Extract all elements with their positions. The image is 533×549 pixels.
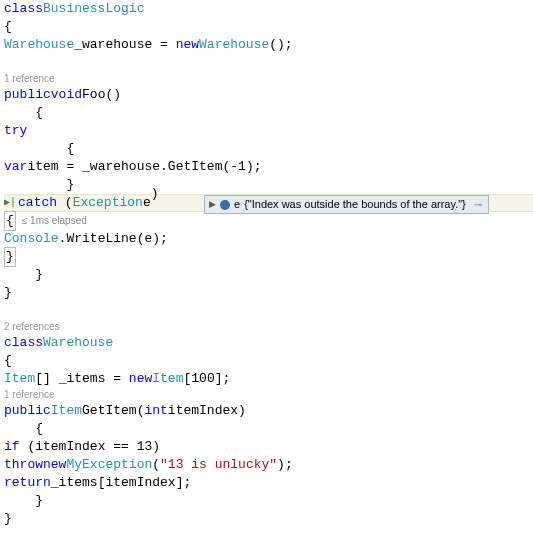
code-line[interactable]: { bbox=[4, 420, 533, 438]
method-name: GetItem bbox=[82, 402, 137, 420]
code-line[interactable]: } bbox=[4, 266, 533, 284]
keyword: catch bbox=[18, 194, 57, 212]
field-ref: _warehouse bbox=[82, 158, 160, 176]
code-line[interactable]: } bbox=[4, 248, 533, 266]
field-ref: _items bbox=[51, 474, 98, 492]
keyword: return bbox=[4, 474, 51, 492]
blank-line[interactable] bbox=[4, 54, 533, 72]
datatip-var: e bbox=[234, 197, 240, 212]
type-name: Item bbox=[51, 402, 82, 420]
method-call: GetItem bbox=[168, 158, 223, 176]
code-line[interactable]: try bbox=[4, 122, 533, 140]
object-icon bbox=[220, 200, 230, 210]
code-line[interactable]: Console.WriteLine(e); bbox=[4, 230, 533, 248]
current-execution-line[interactable]: ▶| catch (Exception e) ▶ e {"Index was o… bbox=[4, 194, 533, 212]
text-cursor: e bbox=[143, 194, 151, 212]
param-name: itemIndex bbox=[168, 402, 238, 420]
type-name: Warehouse bbox=[43, 334, 113, 352]
number-literal: 13 bbox=[137, 438, 153, 456]
type-name: Exception bbox=[73, 194, 143, 212]
codelens-indicator[interactable]: 1 reference bbox=[4, 72, 533, 86]
code-line[interactable]: class BusinessLogic bbox=[4, 0, 533, 18]
type-name: Item bbox=[152, 370, 183, 388]
type-name: Item bbox=[4, 370, 35, 388]
argument: e bbox=[144, 230, 152, 248]
string-literal: "13 is unlucky" bbox=[160, 456, 277, 474]
codelens-indicator[interactable]: 1 reference bbox=[4, 388, 533, 402]
keyword: var bbox=[4, 158, 27, 176]
code-line[interactable]: Warehouse _warehouse = new Warehouse(); bbox=[4, 36, 533, 54]
expand-icon[interactable]: ▶ bbox=[209, 198, 216, 211]
var-ref: itemIndex bbox=[105, 474, 175, 492]
method-name: Foo bbox=[82, 86, 105, 104]
type-name: BusinessLogic bbox=[43, 0, 144, 18]
code-line[interactable]: class Warehouse bbox=[4, 334, 533, 352]
keyword: new bbox=[43, 456, 66, 474]
code-line[interactable]: { bbox=[4, 352, 533, 370]
keyword: int bbox=[144, 402, 167, 420]
code-line[interactable]: } bbox=[4, 284, 533, 302]
code-line[interactable]: { bbox=[4, 140, 533, 158]
type-name: MyException bbox=[66, 456, 152, 474]
keyword: class bbox=[4, 0, 43, 18]
perf-tip[interactable]: ≤ 1ms elapsed bbox=[18, 214, 91, 228]
keyword: public bbox=[4, 402, 51, 420]
brace-highlight: } bbox=[4, 247, 16, 267]
code-line[interactable]: return _items[itemIndex]; bbox=[4, 474, 533, 492]
keyword: public bbox=[4, 86, 51, 104]
local-var: item bbox=[27, 158, 58, 176]
code-line[interactable]: if (itemIndex == 13) bbox=[4, 438, 533, 456]
keyword: new bbox=[129, 370, 152, 388]
type-name: Console bbox=[4, 230, 59, 248]
code-line[interactable]: public void Foo() bbox=[4, 86, 533, 104]
code-editor[interactable]: class BusinessLogic { Warehouse _warehou… bbox=[4, 0, 533, 528]
code-line[interactable]: Item[] _items = new Item[100]; bbox=[4, 370, 533, 388]
field-name: _warehouse bbox=[74, 36, 152, 54]
brace-highlight: { bbox=[4, 211, 16, 231]
code-line[interactable]: { bbox=[4, 18, 533, 36]
code-line[interactable]: var item = _warehouse.GetItem(-1); bbox=[4, 158, 533, 176]
keyword: throw bbox=[4, 456, 43, 474]
codelens-indicator[interactable]: 2 references bbox=[4, 320, 533, 334]
field-name: _items bbox=[59, 370, 106, 388]
keyword: try bbox=[4, 122, 27, 140]
keyword: void bbox=[51, 86, 82, 104]
blank-line[interactable] bbox=[4, 302, 533, 320]
datatip-value: {"Index was outside the bounds of the ar… bbox=[244, 197, 466, 212]
code-line[interactable]: throw new MyException("13 is unlucky"); bbox=[4, 456, 533, 474]
keyword: if bbox=[4, 438, 20, 456]
pin-icon[interactable]: ⊸ bbox=[474, 198, 482, 212]
code-line[interactable]: } bbox=[4, 176, 533, 194]
debugger-datatip[interactable]: ▶ e {"Index was outside the bounds of th… bbox=[204, 195, 489, 214]
argument: -1 bbox=[230, 158, 246, 176]
type-name: Warehouse bbox=[199, 36, 269, 54]
method-call: WriteLine bbox=[66, 230, 136, 248]
keyword: class bbox=[4, 334, 43, 352]
code-line[interactable]: } bbox=[4, 510, 533, 528]
keyword: new bbox=[176, 36, 199, 54]
run-to-cursor-icon[interactable]: ▶| bbox=[4, 196, 16, 210]
type-name: Warehouse bbox=[4, 36, 74, 54]
code-line[interactable]: { bbox=[4, 104, 533, 122]
number-literal: 100 bbox=[191, 370, 214, 388]
code-line[interactable]: public Item GetItem(int itemIndex) bbox=[4, 402, 533, 420]
var-ref: itemIndex bbox=[35, 438, 105, 456]
code-line[interactable]: } bbox=[4, 492, 533, 510]
code-line[interactable]: {≤ 1ms elapsed bbox=[4, 212, 533, 230]
